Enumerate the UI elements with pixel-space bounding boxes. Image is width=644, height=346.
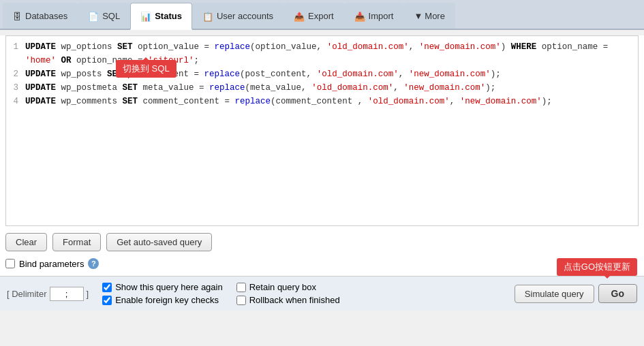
tab-export-label: Export: [308, 11, 334, 21]
delimiter-input[interactable]: [50, 287, 84, 301]
rollback-label: Rollback when finished: [249, 295, 340, 305]
action-buttons: Clear Format Get auto-saved query: [0, 226, 644, 258]
tab-user-accounts-label: User accounts: [217, 11, 273, 21]
retain-query-checkbox[interactable]: [236, 283, 246, 292]
simulate-query-button[interactable]: Simulate query: [515, 285, 594, 303]
users-icon: [202, 11, 213, 22]
delimiter-label: [ Delimiter: [7, 289, 47, 299]
bind-parameters-label: Bind parameters: [19, 259, 84, 269]
go-tooltip: 点击GO按钮更新: [557, 258, 637, 276]
retain-query-label: Retain query box: [249, 282, 316, 292]
tab-sql[interactable]: SQL: [78, 3, 130, 29]
delimiter-close: ]: [87, 289, 89, 299]
checkbox-foreign-key-row: Enable foreign key checks: [102, 295, 223, 305]
sql-icon: [88, 11, 99, 22]
bind-parameters-checkbox[interactable]: [5, 259, 15, 268]
tab-bar: Databases SQL Status User accounts Expor…: [0, 0, 644, 30]
status-icon: [140, 11, 151, 22]
delimiter-section: [ Delimiter ]: [7, 287, 89, 301]
clear-button[interactable]: Clear: [5, 233, 47, 251]
bottom-right: 点击GO按钮更新 Simulate query Go: [515, 284, 637, 303]
main-content: 1 2 3 4 UPDATE wp_options SET option_val…: [0, 35, 644, 311]
checkbox-retain-query-row: Retain query box: [236, 282, 340, 292]
tab-status[interactable]: Status: [130, 3, 192, 30]
chevron-down-icon: ▼: [414, 11, 423, 21]
db-icon: [13, 11, 22, 22]
tab-import-label: Import: [369, 11, 394, 21]
tab-user-accounts[interactable]: User accounts: [192, 3, 283, 29]
help-icon[interactable]: ?: [88, 258, 99, 269]
checkbox-rollback-row: Rollback when finished: [236, 295, 340, 305]
tab-status-label: Status: [155, 11, 182, 21]
rollback-checkbox[interactable]: [236, 296, 246, 305]
sql-editor[interactable]: 1 2 3 4 UPDATE wp_options SET option_val…: [5, 35, 639, 226]
tab-export[interactable]: Export: [283, 3, 344, 29]
checkboxes-right: Retain query box Rollback when finished: [236, 282, 340, 305]
tab-sql-label: SQL: [102, 11, 120, 21]
tab-databases[interactable]: Databases: [3, 3, 78, 29]
import-icon: [354, 11, 365, 22]
format-button[interactable]: Format: [52, 233, 101, 251]
bottom-bar: [ Delimiter ] Show this query here again…: [0, 276, 644, 311]
bind-parameters-row: Bind parameters ?: [0, 258, 644, 276]
tab-databases-label: Databases: [25, 11, 67, 21]
show-query-checkbox[interactable]: [102, 283, 112, 292]
auto-saved-button[interactable]: Get auto-saved query: [106, 233, 212, 251]
foreign-key-checkbox[interactable]: [102, 296, 112, 305]
checkboxes-left: Show this query here again Enable foreig…: [102, 282, 223, 305]
switch-tooltip: 切换到 SQL: [116, 60, 177, 78]
tab-import[interactable]: Import: [344, 3, 404, 29]
export-icon: [294, 11, 305, 22]
foreign-key-label: Enable foreign key checks: [115, 295, 219, 305]
line-numbers: 1 2 3 4: [9, 40, 25, 221]
checkbox-show-query-row: Show this query here again: [102, 282, 223, 292]
show-query-label: Show this query here again: [115, 282, 223, 292]
go-button[interactable]: Go: [598, 284, 637, 303]
tab-more-label: More: [425, 11, 445, 21]
tab-more[interactable]: ▼ More: [403, 3, 455, 29]
